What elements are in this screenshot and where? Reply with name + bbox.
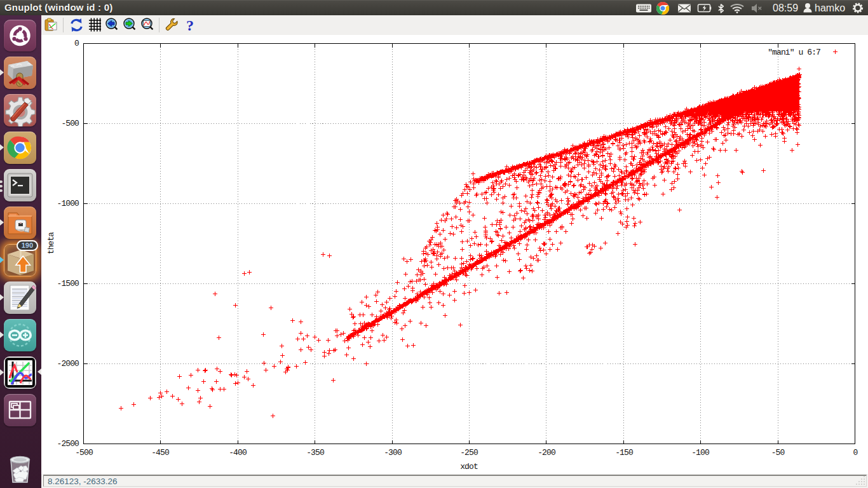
svg-text:"mani" u 6:7: "mani" u 6:7 [768,48,820,57]
svg-text:-450: -450 [151,448,169,458]
svg-text:0: 0 [853,448,858,458]
svg-text:-1500: -1500 [57,279,79,288]
svg-text:-50: -50 [771,448,785,458]
svg-text:-150: -150 [615,448,633,458]
svg-text:08:59: 08:59 [773,3,798,13]
svg-text:-250: -250 [460,448,478,458]
svg-text:hamko: hamko [815,3,845,13]
svg-text:-2500: -2500 [57,439,79,449]
svg-text:-300: -300 [384,448,402,458]
svg-text:theta: theta [46,232,56,255]
svg-text:-400: -400 [229,448,247,458]
svg-text:-350: -350 [306,448,324,458]
svg-text:-1000: -1000 [57,199,79,208]
svg-text:0: 0 [74,39,79,48]
svg-text:-500: -500 [75,448,93,458]
svg-text:-500: -500 [61,119,79,128]
svg-text:-2000: -2000 [57,359,79,369]
svg-text:xdot: xdot [460,462,478,471]
svg-text:?: ? [186,17,194,34]
svg-text:-100: -100 [691,448,709,458]
svg-text:-200: -200 [538,448,555,458]
